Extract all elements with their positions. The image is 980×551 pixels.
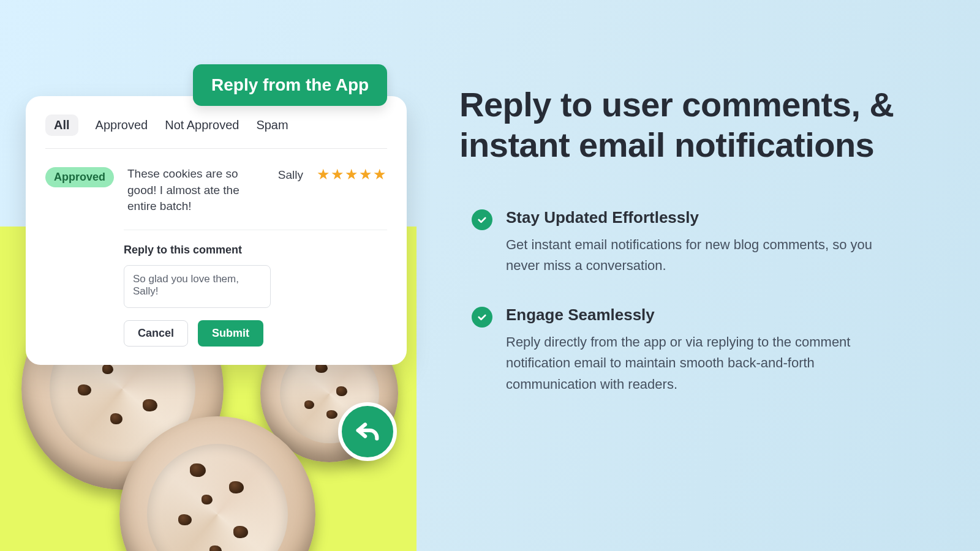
tab-all[interactable]: All (45, 114, 78, 136)
reply-input[interactable] (124, 265, 271, 308)
status-badge: Approved (45, 167, 114, 187)
comment-text: These cookies are so good! I almost ate … (127, 166, 265, 215)
rating-stars: ★★★★★ (317, 166, 387, 183)
comment-author: Sally (278, 168, 303, 182)
comments-card: All Approved Not Approved Spam Approved … (26, 96, 407, 365)
tab-not-approved[interactable]: Not Approved (165, 118, 239, 132)
feature-item: Engage Seamlessly Reply directly from th… (472, 305, 925, 394)
reply-section: Reply to this comment Cancel Submit (124, 230, 387, 347)
marketing-copy: Reply to user comments, & instant email … (459, 84, 925, 424)
submit-button[interactable]: Submit (198, 320, 263, 347)
tab-approved[interactable]: Approved (96, 118, 148, 132)
filter-tabs: All Approved Not Approved Spam (45, 114, 387, 149)
check-icon (472, 307, 492, 328)
reply-arrow-icon (353, 416, 382, 447)
reply-fab[interactable] (338, 402, 397, 461)
feature-title: Stay Updated Effortlessly (506, 208, 892, 227)
headline: Reply to user comments, & instant email … (459, 84, 925, 165)
tab-spam[interactable]: Spam (256, 118, 288, 132)
comment-row: Approved These cookies are so good! I al… (45, 149, 387, 215)
feature-desc: Get instant email notifications for new … (506, 234, 892, 276)
feature-desc: Reply directly from the app or via reply… (506, 332, 892, 394)
reply-from-app-badge: Reply from the App (193, 64, 387, 106)
reply-label: Reply to this comment (124, 244, 387, 257)
feature-title: Engage Seamlessly (506, 305, 892, 324)
check-icon (472, 209, 492, 230)
cancel-button[interactable]: Cancel (124, 320, 188, 347)
feature-item: Stay Updated Effortlessly Get instant em… (472, 208, 925, 276)
